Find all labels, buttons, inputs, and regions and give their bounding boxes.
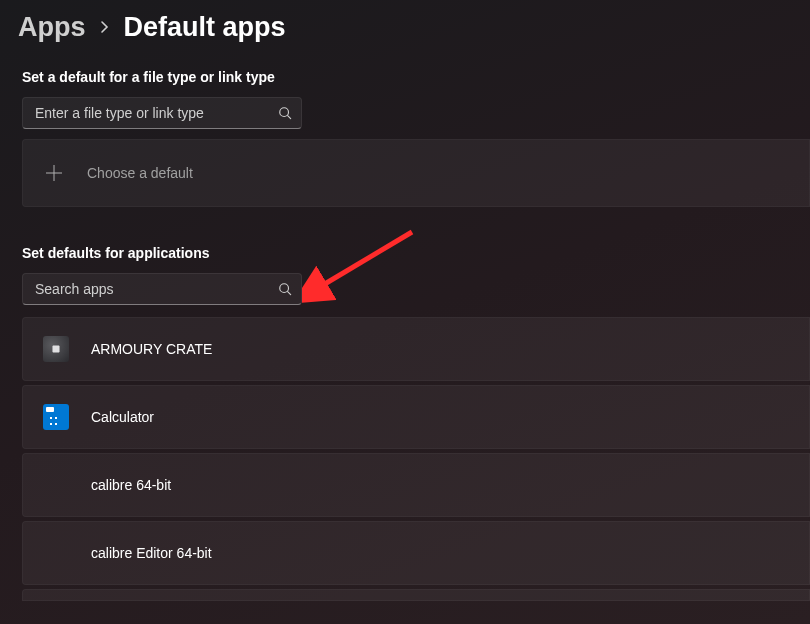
filetype-search-input[interactable] bbox=[35, 105, 277, 121]
section-apps-label: Set defaults for applications bbox=[0, 245, 810, 261]
choose-default-label: Choose a default bbox=[87, 165, 193, 181]
app-row-armoury-crate[interactable]: ARMOURY CRATE bbox=[22, 317, 810, 381]
apps-search-box[interactable] bbox=[22, 273, 302, 305]
app-name: calibre Editor 64-bit bbox=[91, 545, 212, 561]
apps-search-input[interactable] bbox=[35, 281, 277, 297]
search-icon bbox=[277, 281, 293, 297]
breadcrumb-parent[interactable]: Apps bbox=[18, 12, 86, 43]
search-icon bbox=[277, 105, 293, 121]
app-row-calculator[interactable]: Calculator bbox=[22, 385, 810, 449]
plus-icon bbox=[43, 162, 65, 184]
app-row-calibre-editor[interactable]: calibre Editor 64-bit bbox=[22, 521, 810, 585]
filetype-search-box[interactable] bbox=[22, 97, 302, 129]
app-name: calibre 64-bit bbox=[91, 477, 171, 493]
svg-point-4 bbox=[280, 284, 289, 293]
svg-line-1 bbox=[288, 116, 291, 119]
svg-line-5 bbox=[288, 292, 291, 295]
section-filetype-label: Set a default for a file type or link ty… bbox=[0, 69, 810, 85]
choose-default-card[interactable]: Choose a default bbox=[22, 139, 810, 207]
page-title: Default apps bbox=[124, 12, 286, 43]
app-icon bbox=[43, 472, 69, 498]
app-name: Calculator bbox=[91, 409, 154, 425]
app-icon bbox=[43, 336, 69, 362]
app-row-partial bbox=[22, 589, 810, 601]
app-icon bbox=[43, 540, 69, 566]
svg-point-0 bbox=[280, 108, 289, 117]
app-row-calibre[interactable]: calibre 64-bit bbox=[22, 453, 810, 517]
breadcrumb: Apps Default apps bbox=[0, 0, 810, 43]
app-icon bbox=[43, 404, 69, 430]
chevron-right-icon bbox=[100, 20, 110, 37]
app-name: ARMOURY CRATE bbox=[91, 341, 212, 357]
